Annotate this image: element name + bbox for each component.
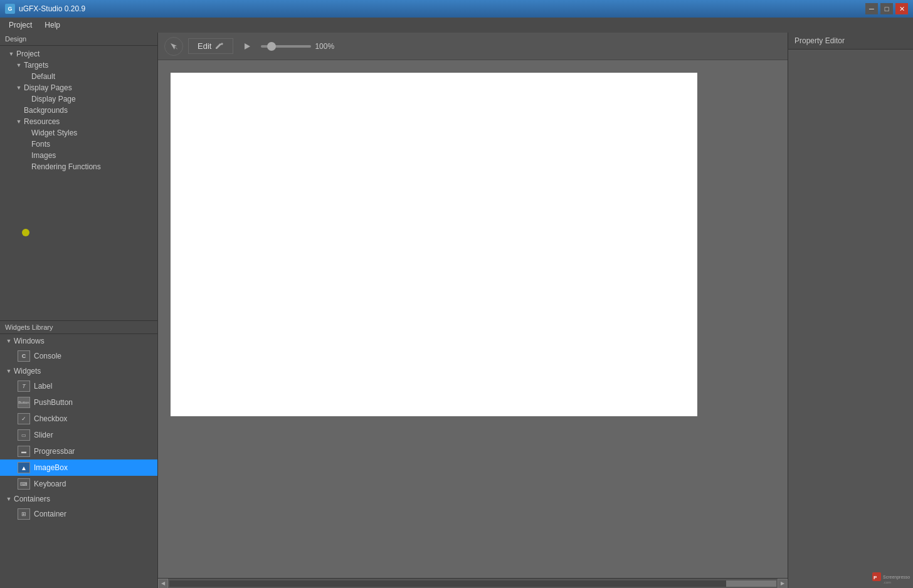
label-widget-label: Label xyxy=(34,382,52,391)
pencil-icon xyxy=(215,42,224,51)
windows-section-label: Windows xyxy=(14,337,45,345)
canvas-area[interactable] xyxy=(158,60,788,578)
console-label: Console xyxy=(34,352,61,360)
widget-imagebox[interactable]: ▲ ImageBox xyxy=(0,459,157,476)
widget-pushbutton[interactable]: Button PushButton xyxy=(0,394,157,411)
arrow-project: ▼ xyxy=(8,50,15,58)
containers-section-label: Containers xyxy=(14,495,50,503)
design-panel: Design ▼ Project ▼ Targets Default xyxy=(0,33,157,321)
horizontal-scrollbar[interactable]: ◀ ▶ xyxy=(158,578,788,588)
property-editor-label: Property Editor xyxy=(788,33,913,50)
arrow-widget-styles xyxy=(23,129,30,137)
slider-label: Slider xyxy=(34,431,53,439)
title-bar: G uGFX-Studio 0.20.9 ─ □ ✕ xyxy=(0,0,913,18)
right-panel: Property Editor xyxy=(788,33,913,588)
imagebox-icon: ▲ xyxy=(18,462,30,473)
container-label: Container xyxy=(34,510,66,518)
widget-label[interactable]: T Label xyxy=(0,378,157,394)
toolbar: Edit 100% xyxy=(158,33,788,60)
minimize-button[interactable]: ─ xyxy=(865,3,878,14)
tree-rendering-functions[interactable]: Rendering Functions xyxy=(0,161,157,172)
tree-project[interactable]: ▼ Project xyxy=(0,48,157,60)
tree-fonts[interactable]: Fonts xyxy=(0,139,157,150)
tree-widget-styles-label: Widget Styles xyxy=(31,129,77,137)
tree-display-pages[interactable]: ▼ Display Pages xyxy=(0,82,157,93)
tree-backgrounds-label: Backgrounds xyxy=(24,106,68,115)
menu-help[interactable]: Help xyxy=(38,19,66,31)
scroll-track[interactable] xyxy=(169,580,776,587)
pushbutton-label: PushButton xyxy=(34,398,73,407)
tree-display-page[interactable]: Display Page xyxy=(0,93,157,105)
tree-project-label: Project xyxy=(16,50,40,58)
tree-resources-label: Resources xyxy=(24,117,60,126)
tree-images-label: Images xyxy=(31,151,56,160)
zoom-value: 100% xyxy=(315,42,334,51)
windows-section-header[interactable]: ▼ Windows xyxy=(0,334,157,348)
maximize-button[interactable]: □ xyxy=(880,3,893,14)
arrow-display-pages: ▼ xyxy=(15,84,23,92)
tree-rendering-functions-label: Rendering Functions xyxy=(31,162,101,171)
menu-project[interactable]: Project xyxy=(3,19,38,31)
scroll-right-button[interactable]: ▶ xyxy=(778,579,788,589)
arrow-widgets: ▼ xyxy=(5,367,13,375)
widget-console[interactable]: C Console xyxy=(0,348,157,364)
title-controls[interactable]: ─ □ ✕ xyxy=(865,3,908,14)
select-tool-button[interactable] xyxy=(164,37,183,56)
edit-label: Edit xyxy=(198,41,211,51)
widget-keyboard[interactable]: ⌨ Keyboard xyxy=(0,476,157,492)
tree-images[interactable]: Images xyxy=(0,150,157,161)
tree-targets[interactable]: ▼ Targets xyxy=(0,60,157,71)
arrow-rendering-functions xyxy=(23,163,30,171)
tree-resources[interactable]: ▼ Resources xyxy=(0,116,157,127)
left-panel: Design ▼ Project ▼ Targets Default xyxy=(0,33,158,588)
zoom-track[interactable] xyxy=(261,45,311,48)
tree-display-pages-label: Display Pages xyxy=(24,83,72,92)
widget-progressbar[interactable]: ▬ Progressbar xyxy=(0,443,157,459)
widget-container[interactable]: ⊞ Container xyxy=(0,506,157,522)
arrow-resources: ▼ xyxy=(15,118,23,125)
close-button[interactable]: ✕ xyxy=(895,3,908,14)
arrow-default xyxy=(23,73,30,80)
play-button[interactable] xyxy=(238,38,256,55)
tree-targets-label: Targets xyxy=(24,61,48,70)
zoom-control: 100% xyxy=(261,42,334,51)
progressbar-label: Progressbar xyxy=(34,447,75,456)
arrow-display-page xyxy=(23,95,30,103)
containers-section-header[interactable]: ▼ Containers xyxy=(0,492,157,506)
design-section-label: Design xyxy=(0,33,157,46)
svg-text:.com: .com xyxy=(883,580,891,584)
play-icon xyxy=(243,43,251,50)
arrow-fonts xyxy=(23,140,30,148)
center-area: Edit 100% xyxy=(158,33,788,588)
widgets-section-label: Widgets xyxy=(14,367,41,375)
widget-slider[interactable]: ▭ Slider xyxy=(0,427,157,443)
tree-default-label: Default xyxy=(31,72,55,81)
tree-backgrounds[interactable]: Backgrounds xyxy=(0,105,157,116)
title-left: G uGFX-Studio 0.20.9 xyxy=(5,4,85,14)
edit-button[interactable]: Edit xyxy=(188,38,233,54)
pushbutton-icon: Button xyxy=(18,397,30,408)
checkbox-icon: ✓ xyxy=(18,413,30,424)
main-layout: Design ▼ Project ▼ Targets Default xyxy=(0,33,913,588)
tree-display-page-label: Display Page xyxy=(31,95,76,103)
tree-default[interactable]: Default xyxy=(0,71,157,82)
arrow-backgrounds xyxy=(15,107,23,114)
widget-checkbox[interactable]: ✓ Checkbox xyxy=(0,411,157,427)
widgets-section-header[interactable]: ▼ Widgets xyxy=(0,364,157,378)
cursor-indicator xyxy=(22,229,29,236)
svg-text:P: P xyxy=(873,575,877,580)
container-icon: ⊞ xyxy=(18,508,30,520)
arrow-containers: ▼ xyxy=(5,495,13,503)
screenpresso-watermark: P Screenpresso .com xyxy=(872,571,910,585)
watermark-logo: P Screenpresso .com xyxy=(872,571,910,584)
scroll-left-button[interactable]: ◀ xyxy=(158,579,168,589)
scroll-thumb[interactable] xyxy=(726,580,776,587)
window-title: uGFX-Studio 0.20.9 xyxy=(19,4,85,13)
design-canvas[interactable] xyxy=(171,73,697,416)
zoom-thumb[interactable] xyxy=(267,42,276,51)
tree-widget-styles[interactable]: Widget Styles xyxy=(0,127,157,139)
keyboard-icon: ⌨ xyxy=(18,478,30,490)
project-tree: ▼ Project ▼ Targets Default ▼ Display Pa… xyxy=(0,46,157,320)
imagebox-label: ImageBox xyxy=(34,463,68,472)
label-widget-icon: T xyxy=(18,381,30,392)
